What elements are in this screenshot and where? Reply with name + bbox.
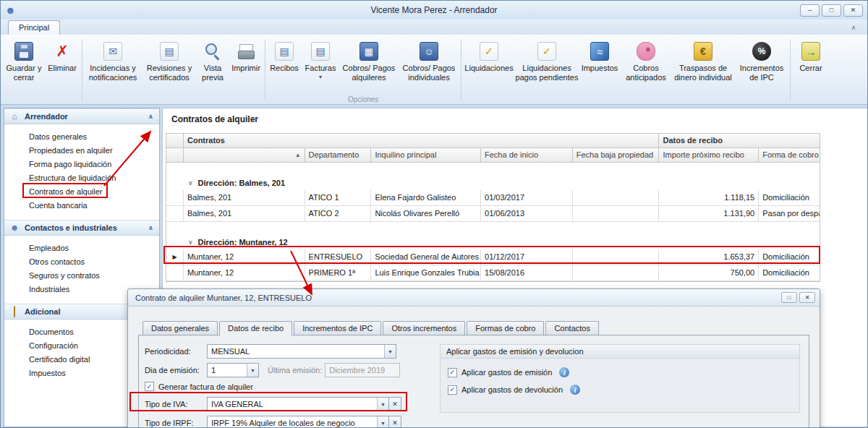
chevron-down-icon[interactable]: ∨ <box>188 239 193 246</box>
header-fecha-inicio[interactable]: Fecha de inicio <box>481 148 573 163</box>
gastos-devolucion-checkbox[interactable]: ✓ Aplicar gastos de devolución i <box>448 385 792 395</box>
sidebar-item-seguros[interactable]: Seguros y contratos <box>4 269 159 283</box>
periodicidad-select[interactable]: MENSUAL ▼ <box>207 344 396 359</box>
incidencias-button[interactable]: ✉ Incidencias y notificaciones <box>84 38 142 95</box>
sort-asc-icon: ▲ <box>295 148 301 162</box>
sidebar-item-estructura[interactable]: Estructura de liquidación <box>4 171 159 185</box>
incrementos-ipc-button[interactable]: % Incrementos de IPC <box>735 38 788 95</box>
tipo-irpf-select[interactable]: IRPF 19% Alquiler de locales de negocio … <box>207 416 389 428</box>
checkbox-checked-icon[interactable]: ✓ <box>145 382 154 391</box>
revisiones-button[interactable]: ▤ Revisiones y certificados <box>142 38 197 95</box>
group-row-balmes[interactable]: ∨ Dirección: Balmes, 201 <box>166 176 820 190</box>
table-cell: ENTRESUELO <box>305 249 372 265</box>
header-inquilino[interactable]: Inquilino principal <box>371 148 481 163</box>
traspasos-button[interactable]: € Traspasos de dinero individual <box>671 38 735 95</box>
chevron-down-icon[interactable]: ∨ <box>188 179 193 187</box>
tab-otros-incrementos[interactable]: Otros incrementos <box>383 321 465 335</box>
dialog-maximize-icon[interactable]: □ <box>781 292 797 303</box>
generar-factura-checkbox[interactable]: ✓ Generar factura de alquiler <box>145 382 428 391</box>
checkbox-label: Aplicar gastos de devolución <box>461 385 563 394</box>
close-icon[interactable]: ✕ <box>843 4 863 17</box>
table-cell: Domiciliación <box>759 190 820 206</box>
sidebar-item-propiedades[interactable]: Propiedades en alquiler <box>4 144 159 158</box>
header-importe[interactable]: Importe próximo recibo <box>659 148 759 163</box>
group-row-muntaner[interactable]: ∨ Dirección: Muntaner, 12 <box>166 235 820 249</box>
header-indicator <box>166 148 184 163</box>
impuestos-button[interactable]: ≈ Impuestos <box>579 38 621 95</box>
guardar-y-cerrar-button[interactable]: Guardar y cerrar <box>4 38 44 95</box>
imprimir-button[interactable]: Imprimir <box>229 38 263 95</box>
clear-icon[interactable]: ✕ <box>389 416 401 428</box>
chevron-down-icon[interactable]: ▼ <box>384 345 396 358</box>
cobros-anticipados-button[interactable]: Cobros anticipados <box>621 38 671 95</box>
cobros-pagos-individuales-button[interactable]: ☺ Cobros/ Pagos individuales <box>399 38 459 95</box>
dialog-close-icon[interactable]: ✕ <box>799 292 815 303</box>
header-departamento[interactable]: Departamento <box>305 148 372 163</box>
table-row[interactable]: Muntaner, 12 PRIMERO 1ª Luis Enrique Gon… <box>166 265 820 281</box>
tab-principal[interactable]: Principal <box>8 20 60 35</box>
dia-emision-select[interactable]: 1 ▼ <box>207 363 259 377</box>
chevron-down-icon[interactable]: ▼ <box>377 398 388 411</box>
sidebar-item-empleados[interactable]: Empleados <box>4 241 159 255</box>
chevron-up-icon[interactable]: ∧ <box>148 224 153 231</box>
chevron-down-icon[interactable]: ▼ <box>247 364 258 377</box>
sidebar-section-contactos[interactable]: ☻ Contactos e industriales ∧ <box>4 220 159 236</box>
person-icon: ☺ <box>420 42 438 61</box>
table-row[interactable]: Balmes, 201 ATICO 1 Elena Fajardo Galist… <box>166 190 820 206</box>
cerrar-button[interactable]: → Cerrar <box>792 38 830 95</box>
table-row[interactable]: Balmes, 201 ATICO 2 Nicolás Olivares Per… <box>166 206 820 222</box>
page-title: Contratos de alquiler <box>163 108 867 124</box>
checkbox-checked-icon[interactable]: ✓ <box>448 368 457 377</box>
chevron-up-icon[interactable]: ∧ <box>148 113 153 120</box>
header-direccion[interactable]: ▲ <box>184 148 305 163</box>
table-cell <box>573 265 660 281</box>
row-indicator-icon: ▶ <box>166 249 184 265</box>
tab-datos-generales[interactable]: Datos generales <box>142 321 218 335</box>
checkbox-checked-icon[interactable]: ✓ <box>448 385 457 395</box>
groupbox-title: Aplicar gastos de emisión y devolucion <box>441 345 799 359</box>
selected-value: IVA GENERAL <box>208 398 377 411</box>
chevron-down-icon: ▾ <box>319 74 322 80</box>
dialog-title: Contrato de alquiler Muntaner, 12, ENTRE… <box>135 294 312 302</box>
minimize-icon[interactable]: ‒ <box>800 4 820 17</box>
table-row-selected[interactable]: ▶ Muntaner, 12 ENTRESUELO Sociedad Gener… <box>166 249 820 265</box>
maximize-icon[interactable]: □ <box>822 4 841 17</box>
clear-icon[interactable]: ✕ <box>389 397 401 411</box>
header-fecha-baja[interactable]: Fecha baja propiedad <box>573 148 660 163</box>
band-datos-recibo: Datos de recibo <box>659 134 820 148</box>
sidebar-section-arrendador[interactable]: ⌂ Arrendador ∧ <box>4 108 159 124</box>
percent-icon: % <box>752 42 771 61</box>
liquidaciones-pendientes-button[interactable]: ✓ Liquidaciones pagos pendientes <box>515 38 579 95</box>
table-cell <box>573 190 660 206</box>
selected-value: MENSUAL <box>208 345 384 358</box>
tipo-iva-label: Tipo de IVA: <box>145 400 207 408</box>
sidebar-item-datos-generales[interactable]: Datos generales <box>4 130 159 144</box>
sidebar-item-contratos-alquiler[interactable]: Contratos de alquiler <box>4 185 159 199</box>
tab-formas-de-cobro[interactable]: Formas de cobro <box>467 321 544 335</box>
ribbon-collapse-icon[interactable]: ∧ <box>847 22 860 33</box>
recibos-button[interactable]: ▤ Recibos <box>267 38 302 95</box>
sidebar-item-cuenta-bancaria[interactable]: Cuenta bancaria <box>4 199 159 213</box>
dialog-titlebar[interactable]: Contrato de alquiler Muntaner, 12, ENTRE… <box>128 289 820 307</box>
info-icon[interactable]: i <box>570 385 580 395</box>
vista-previa-button[interactable]: Vista previa <box>197 38 229 95</box>
book-icon <box>9 307 20 317</box>
chevron-down-icon[interactable]: ▼ <box>377 416 388 428</box>
tipo-iva-select[interactable]: IVA GENERAL ▼ <box>207 397 389 411</box>
tab-contactos[interactable]: Contactos <box>545 321 599 335</box>
info-icon[interactable]: i <box>559 367 569 377</box>
tab-datos-de-recibo[interactable]: Datos de recibo <box>219 321 292 335</box>
tab-incrementos-ipc[interactable]: Incrementos de IPC <box>294 321 381 335</box>
facturas-button[interactable]: ▤ Facturas ▾ <box>302 38 339 95</box>
row-indicator-cell <box>166 265 184 281</box>
sidebar-item-forma-pago[interactable]: Forma pago liquidación <box>4 158 159 171</box>
liquidaciones-button[interactable]: ✓ Liquidaciones <box>463 38 515 95</box>
gastos-emision-checkbox[interactable]: ✓ Aplicar gastos de emisión i <box>448 367 792 377</box>
cobros-pagos-alquileres-button[interactable]: ▦ Cobros/ Pagos alquileres <box>339 38 399 95</box>
invoice-icon: ▤ <box>311 42 330 61</box>
selected-value: 1 <box>208 364 247 377</box>
header-forma-cobro[interactable]: Forma de cobro <box>759 148 820 163</box>
contract-dialog: Contrato de alquiler Muntaner, 12, ENTRE… <box>127 288 820 428</box>
sidebar-item-otros-contactos[interactable]: Otros contactos <box>4 255 159 269</box>
eliminar-button[interactable]: ✗ Eliminar <box>44 38 80 95</box>
